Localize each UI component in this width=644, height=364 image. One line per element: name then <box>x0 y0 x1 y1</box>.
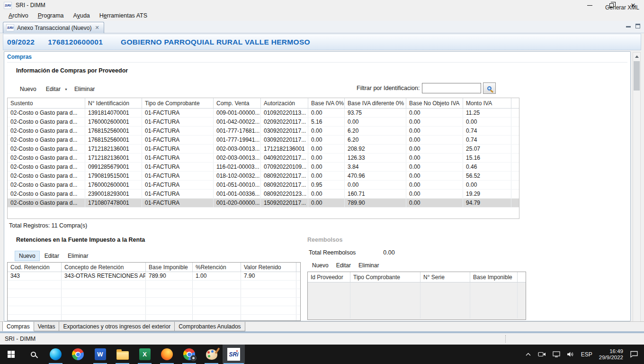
reembolsos-eliminar-button[interactable]: Eliminar <box>355 261 382 270</box>
bottom-tab-compras[interactable]: Compras <box>2 322 34 331</box>
reembolsos-toolbar: Nuevo Editar Eliminar <box>309 261 382 270</box>
table-cell: 0.00 <box>463 118 511 126</box>
table-row[interactable]: 02-Costo o Gasto para d...17681525600010… <box>8 136 519 145</box>
empty-cell <box>350 300 420 309</box>
search-taskbar-icon[interactable] <box>22 345 45 364</box>
chrome-taskbar-icon[interactable] <box>67 345 89 364</box>
table-cell: 0.00 <box>406 127 463 135</box>
menu-item-archivo[interactable]: Archivo <box>4 11 33 20</box>
start-taskbar-icon[interactable] <box>0 345 22 364</box>
scrollbar-thumb[interactable] <box>634 61 640 91</box>
firefox-taskbar-icon[interactable] <box>156 345 178 364</box>
table-cell: 040920220117... <box>261 154 308 162</box>
table-row[interactable]: 02-Costo o Gasto para d...17108074780010… <box>8 199 519 208</box>
empty-cell <box>8 306 62 314</box>
column-header[interactable]: Autorización <box>261 98 308 108</box>
vertical-scrollbar[interactable] <box>633 52 641 332</box>
reembolsos-nuevo-button[interactable]: Nuevo <box>309 261 332 270</box>
table-cell: 6.20 <box>345 127 406 135</box>
editar-button[interactable]: Editar <box>42 84 64 94</box>
table-row[interactable]: 02-Costo o Gasto para d...17121821360010… <box>8 145 519 154</box>
volume-icon[interactable] <box>567 351 574 357</box>
filter-search-button[interactable] <box>483 82 496 94</box>
clock[interactable]: 16:49 29/9/2022 <box>599 348 623 361</box>
view-minimize-icon[interactable] <box>626 24 631 27</box>
column-header[interactable]: Base IVA diferente 0% <box>345 98 406 108</box>
filter-input[interactable] <box>422 83 481 93</box>
meet-now-icon[interactable] <box>538 351 546 357</box>
empty-cell <box>8 281 62 289</box>
table-cell: 5.16 <box>308 118 345 126</box>
retenciones-nuevo-button[interactable]: Nuevo <box>15 251 40 261</box>
editar-dropdown-icon[interactable]: ▼ <box>64 88 68 91</box>
scroll-up-button[interactable] <box>633 53 640 60</box>
table-row[interactable]: 02-Costo o Gasto para d...17600026000010… <box>8 118 519 127</box>
column-header[interactable]: Tipo Comprobante <box>350 272 420 282</box>
language-indicator[interactable]: ESP <box>581 351 592 358</box>
minimize-button[interactable] <box>579 0 600 10</box>
sri-dimm-icon: SRi <box>227 348 240 361</box>
chrome-capture-taskbar-icon[interactable] <box>178 345 200 364</box>
sri-dimm-taskbar-icon[interactable]: SRi <box>223 345 245 364</box>
column-header[interactable]: %Retención <box>193 263 241 272</box>
column-header[interactable]: Cod. Retención <box>8 263 62 272</box>
tab-anexo-transaccional[interactable]: SRi Anexo Transaccional (Nuevo) ✕ <box>3 22 104 33</box>
generar-xml-button[interactable]: Generar XML <box>605 4 639 11</box>
retenciones-eliminar-button[interactable]: Eliminar <box>64 251 92 261</box>
table-row[interactable]: 02-Costo o Gasto para d...13918140700010… <box>8 109 519 118</box>
table-row[interactable]: 02-Costo o Gasto para d...17121821360010… <box>8 154 519 163</box>
tab-close-icon[interactable]: ✕ <box>94 25 99 30</box>
notification-icon[interactable] <box>630 351 638 358</box>
table-cell: 02-Costo o Gasto para d... <box>8 145 85 153</box>
bottom-tab-ventas[interactable]: Ventas <box>34 322 60 331</box>
menu-item-programa[interactable]: Programa <box>33 11 69 20</box>
table-cell: 93.75 <box>345 109 406 117</box>
table-header-row: SustentoN° IdentificaciónTipo de Comprob… <box>8 98 519 109</box>
eliminar-button[interactable]: Eliminar <box>71 84 98 94</box>
retenciones-editar-button[interactable]: Editar <box>41 251 63 261</box>
bottom-tab-exportaciones[interactable]: Exportaciones y otros ingresos del exter… <box>59 322 175 331</box>
file-explorer-taskbar-icon[interactable] <box>111 345 134 364</box>
column-header[interactable]: Base Imponible <box>470 272 518 282</box>
column-header[interactable]: N° Identificación <box>85 98 142 108</box>
search-icon <box>31 352 36 357</box>
table-cell: 0.00 <box>406 163 463 171</box>
chevron-up-icon[interactable] <box>525 352 531 356</box>
reembolsos-editar-button[interactable]: Editar <box>333 261 354 270</box>
column-header[interactable]: Base Imponible <box>146 263 193 272</box>
column-header[interactable]: Base IVA 0% <box>308 98 345 108</box>
column-header[interactable]: Tipo de Comprobante <box>142 98 214 108</box>
table-row[interactable]: 02-Costo o Gasto para d...17681525600010… <box>8 127 519 136</box>
column-header[interactable]: Sustento <box>8 98 85 108</box>
entity-name-label: GOBIERNO PARROQUIAL RURAL VALLE HERMOSO <box>121 38 310 46</box>
nuevo-button[interactable]: Nuevo <box>16 84 40 94</box>
bottom-tab-comprobantes[interactable]: Comprobantes Anulados <box>175 322 245 331</box>
table-row[interactable]: 02-Costo o Gasto para d...09912856790010… <box>8 163 519 172</box>
table-cell: 1768152560001 <box>85 127 142 135</box>
table-row[interactable]: 02-Costo o Gasto para d...17908195150010… <box>8 172 519 181</box>
table-cell: 0.00 <box>308 154 345 162</box>
paint-taskbar-icon[interactable] <box>200 345 223 364</box>
edge-taskbar-icon[interactable] <box>45 345 67 364</box>
table-row[interactable]: 343343-OTRAS RETENCIONES AP...789.901.00… <box>8 272 300 281</box>
table-cell: 1391814070001 <box>85 109 142 117</box>
table-row[interactable]: 02-Costo o Gasto para d...23900182930010… <box>8 190 519 199</box>
word-taskbar-icon[interactable]: W <box>89 345 111 364</box>
menu-item-ayuda[interactable]: Ayuda <box>69 11 95 20</box>
excel-taskbar-icon[interactable]: X <box>134 345 156 364</box>
column-header[interactable]: Base No Objeto IVA <box>406 98 463 108</box>
tray-time: 16:49 <box>609 348 623 354</box>
empty-cell <box>420 291 470 300</box>
table-cell: 6.20 <box>345 136 406 144</box>
column-header[interactable]: Valor Retenido <box>241 263 296 272</box>
network-icon[interactable] <box>553 351 560 357</box>
table-row[interactable]: 02-Costo o Gasto para d...17600026000010… <box>8 181 519 190</box>
column-header[interactable]: N° Serie <box>420 272 470 282</box>
column-header[interactable]: Concepto de Retención <box>62 263 146 272</box>
menu-item-herramientas-ats[interactable]: Herramientas ATS <box>95 11 152 20</box>
column-header[interactable]: Id Proveedor <box>308 272 350 282</box>
view-maximize-icon[interactable] <box>635 24 640 28</box>
column-header[interactable]: Monto IVA <box>463 98 511 108</box>
column-header[interactable]: Comp. Venta <box>214 98 261 108</box>
empty-row <box>308 309 526 318</box>
